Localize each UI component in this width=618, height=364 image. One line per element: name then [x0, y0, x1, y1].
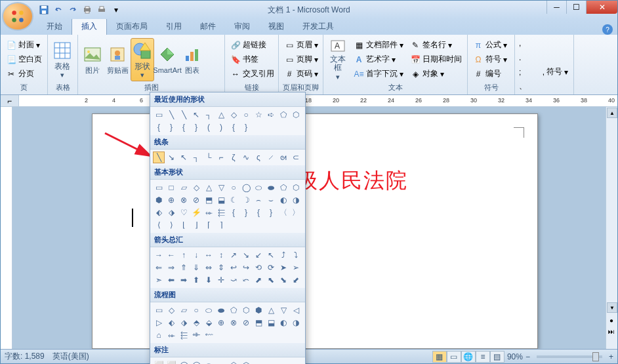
shape-item[interactable]: ⊘ — [240, 317, 252, 329]
bookmark-button[interactable]: 🔖书签 — [228, 52, 277, 66]
shape-item[interactable]: ↓ — [190, 249, 202, 261]
shape-item[interactable]: ☁ — [215, 359, 227, 364]
shape-item[interactable]: ╲ — [165, 109, 177, 121]
shape-item[interactable]: ◁ — [290, 304, 302, 316]
shape-item[interactable]: ⬊ — [278, 274, 289, 286]
picture-button[interactable]: 图片 — [81, 38, 104, 81]
help-icon[interactable]: ? — [602, 24, 613, 35]
shape-item[interactable]: ╲ — [178, 109, 190, 121]
shape-item[interactable]: ⬆ — [190, 274, 202, 286]
shape-item[interactable]: ↘ — [165, 152, 177, 163]
clipart-button[interactable]: 剪贴画 — [106, 38, 129, 81]
smartart-button[interactable]: SmartArt — [155, 38, 179, 81]
equation-button[interactable]: π公式 ▾ — [470, 38, 510, 52]
print-layout-view-icon[interactable]: ▦ — [432, 351, 447, 363]
scroll-up-icon[interactable]: ▲ — [607, 108, 617, 118]
shape-item[interactable]: ⚡ — [190, 207, 202, 218]
shape-item[interactable]: ⊗ — [178, 194, 190, 206]
shape-item[interactable]: ⌋ — [190, 219, 202, 231]
page-break-button[interactable]: ✂分页 — [3, 67, 45, 81]
shape-item[interactable]: ⬖ — [153, 207, 165, 218]
shape-item[interactable]: ↖ — [178, 152, 190, 163]
shape-item[interactable]: ⤴ — [278, 249, 289, 261]
minimize-button[interactable]: ─ — [546, 1, 566, 14]
shape-item[interactable]: ⬢ — [153, 194, 165, 206]
shape-item[interactable]: └ — [203, 152, 215, 163]
shape-item[interactable]: ⊂ — [290, 152, 302, 163]
shape-item[interactable]: ⬰ — [165, 329, 177, 341]
shape-item[interactable]: ⟩ — [165, 219, 177, 231]
shape-item[interactable]: ( — [203, 121, 215, 133]
shape-item[interactable]: ➢ — [290, 262, 302, 273]
hyperlink-button[interactable]: 🔗超链接 — [228, 38, 277, 52]
shape-item[interactable]: ← — [165, 249, 177, 261]
shape-item[interactable]: } — [240, 121, 252, 133]
shape-item[interactable]: ⬜ — [153, 359, 165, 364]
drop-cap-button[interactable]: A≡首字下沉 ▾ — [351, 67, 406, 81]
shape-item[interactable]: ⊗ — [228, 317, 239, 329]
shape-item[interactable]: ⬜ — [165, 359, 177, 364]
shape-item[interactable]: ⟲ — [253, 262, 264, 273]
cover-page-button[interactable]: 📄封面 ▾ — [3, 38, 45, 52]
browse-object-icon[interactable]: ● — [606, 315, 617, 325]
shape-item[interactable]: { — [253, 207, 264, 218]
shape-item[interactable]: ⬇ — [203, 274, 215, 286]
special-period[interactable]: . — [518, 51, 528, 64]
shape-item[interactable]: ⬬ — [215, 304, 227, 316]
shape-item[interactable]: } — [265, 207, 277, 218]
shape-item[interactable]: ▭ — [153, 109, 165, 121]
shape-item[interactable]: ┐ — [203, 109, 215, 121]
print-icon[interactable] — [95, 3, 108, 16]
shape-item[interactable]: ⌊ — [178, 219, 190, 231]
zoom-out-icon[interactable]: − — [525, 352, 530, 361]
shape-item[interactable]: ▱ — [178, 304, 190, 316]
word-count[interactable]: 字数: 1,589 — [5, 351, 45, 362]
shape-item[interactable]: ⬠ — [278, 182, 289, 193]
shape-item[interactable]: ↙ — [253, 249, 264, 261]
shape-item[interactable]: { — [228, 121, 239, 133]
close-button[interactable]: ✕ — [586, 1, 617, 14]
shape-item[interactable]: ▷ — [153, 317, 165, 329]
next-page-icon[interactable]: ⏭ — [606, 326, 617, 336]
footer-button[interactable]: ▭页脚 ▾ — [281, 52, 321, 66]
shape-item[interactable]: ⬒ — [203, 194, 215, 206]
special-symbols-button[interactable]: ,符号 ▾ — [540, 65, 571, 79]
full-screen-view-icon[interactable]: ▭ — [447, 351, 461, 363]
draft-view-icon[interactable]: ▤ — [490, 351, 505, 363]
shape-item[interactable]: ✛ — [215, 274, 227, 286]
shape-item[interactable]: ⬓ — [265, 317, 277, 329]
shape-item[interactable]: ◯ — [190, 359, 202, 364]
shape-item[interactable]: ⇑ — [178, 262, 190, 273]
shape-item[interactable]: ☆ — [253, 109, 264, 121]
shape-item[interactable]: ◯ — [178, 359, 190, 364]
shape-item[interactable]: ⇔ — [203, 262, 215, 273]
shape-item[interactable]: ⬡ — [240, 359, 252, 364]
shape-item[interactable]: ⬢ — [253, 304, 264, 316]
shape-item[interactable]: ⇐ — [153, 262, 165, 273]
shape-item[interactable]: ⊕ — [215, 317, 227, 329]
undo-icon[interactable] — [52, 3, 65, 16]
shape-item[interactable]: ⬓ — [215, 194, 227, 206]
quick-parts-button[interactable]: ▦文档部件 ▾ — [351, 38, 406, 52]
shape-item[interactable]: ⬳ — [203, 329, 215, 341]
horizontal-ruler[interactable]: 246810121416182022242628303234363840 — [19, 95, 617, 106]
zoom-level[interactable]: 90% — [507, 352, 523, 361]
shape-item[interactable]: ζ — [228, 152, 239, 163]
shape-item[interactable]: ↑ — [178, 249, 190, 261]
shape-item[interactable]: ○ — [240, 109, 252, 121]
shape-item[interactable]: ⬭ — [203, 304, 215, 316]
shape-item[interactable]: △ — [203, 182, 215, 193]
tab-mailings[interactable]: 邮件 — [191, 18, 225, 35]
shape-item[interactable]: ⇕ — [215, 262, 227, 273]
shape-item[interactable]: ⬗ — [178, 317, 190, 329]
shape-item[interactable]: ⇓ — [190, 262, 202, 273]
shape-item[interactable]: ↩ — [228, 262, 239, 273]
shape-item[interactable]: △ — [265, 304, 277, 316]
shape-item[interactable]: ↖ — [190, 109, 202, 121]
special-comma[interactable]: , — [518, 36, 528, 50]
shape-item[interactable]: ⌣ — [265, 194, 277, 206]
shape-item[interactable]: ⬠ — [228, 359, 239, 364]
special-semi[interactable]: ; — [518, 65, 528, 79]
zoom-thumb[interactable] — [592, 352, 599, 361]
maximize-button[interactable]: ☐ — [566, 1, 586, 14]
